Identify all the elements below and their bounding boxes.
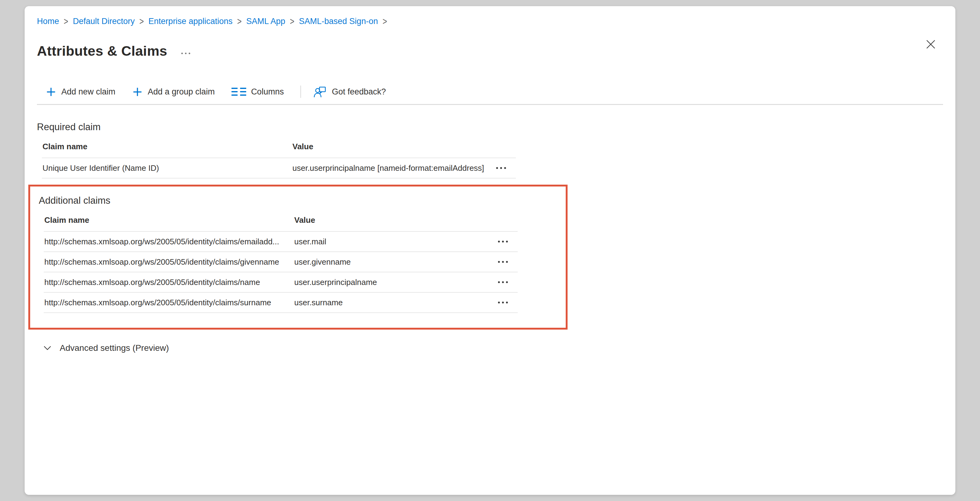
- ellipsis-icon: [498, 302, 500, 304]
- breadcrumb-link-default-directory[interactable]: Default Directory: [73, 16, 135, 27]
- row-menu-button[interactable]: [495, 302, 518, 304]
- claim-name-cell: http://schemas.xmlsoap.org/ws/2005/05/id…: [44, 237, 294, 247]
- claim-name-cell: Unique User Identifier (Name ID): [42, 164, 292, 173]
- claim-row-name[interactable]: http://schemas.xmlsoap.org/ws/2005/05/id…: [44, 272, 518, 293]
- additional-claims-table: Claim name Value http://schemas.xmlsoap.…: [44, 206, 518, 313]
- plus-icon: +: [46, 86, 56, 97]
- ellipsis-icon: [506, 241, 508, 242]
- breadcrumb-link-saml-based-sign-on[interactable]: SAML-based Sign-on: [299, 16, 378, 27]
- required-claim-table: Claim name Value Unique User Identifier …: [42, 133, 516, 178]
- highlight-annotation-box: Additional claims Claim name Value http:…: [28, 184, 568, 329]
- close-button[interactable]: [922, 36, 939, 53]
- column-header-value: Value: [294, 215, 495, 225]
- command-bar: + Add new claim + Add a group claim Colu…: [46, 84, 943, 99]
- ellipsis-icon: [500, 167, 502, 169]
- ellipsis-icon: [498, 281, 500, 283]
- ellipsis-icon: [502, 261, 504, 263]
- row-menu-button[interactable]: [495, 241, 518, 242]
- row-menu-button[interactable]: [495, 281, 518, 283]
- table-header-row: Claim name Value: [44, 206, 518, 232]
- ellipsis-icon: [502, 241, 504, 242]
- claim-value-cell: user.surname: [294, 298, 495, 307]
- chevron-right-icon: >: [232, 15, 246, 28]
- claim-value-cell: user.userprincipalname [nameid-format:em…: [292, 164, 493, 173]
- required-claim-heading: Required claim: [37, 122, 943, 133]
- ellipsis-icon: [502, 281, 504, 283]
- chevron-right-icon: >: [135, 15, 149, 28]
- chevron-right-icon: >: [285, 15, 299, 28]
- columns-button[interactable]: Columns: [231, 87, 284, 97]
- close-icon: [926, 39, 936, 49]
- toolbar-divider: [301, 86, 301, 98]
- add-group-claim-button[interactable]: + Add a group claim: [132, 86, 215, 97]
- table-header-row: Claim name Value: [42, 133, 516, 158]
- plus-icon: +: [132, 86, 143, 97]
- breadcrumb-link-home[interactable]: Home: [37, 16, 59, 27]
- claim-row-givenname[interactable]: http://schemas.xmlsoap.org/ws/2005/05/id…: [44, 252, 518, 272]
- row-menu-button[interactable]: [495, 261, 518, 263]
- ellipsis-icon: [189, 52, 190, 54]
- page-background: { "colors": { "background": "#d0d0d0", "…: [0, 0, 980, 501]
- chevron-right-icon: >: [59, 15, 73, 28]
- additional-claims-heading: Additional claims: [39, 195, 566, 206]
- claim-value-cell: user.userprincipalname: [294, 278, 495, 287]
- claim-name-cell: http://schemas.xmlsoap.org/ws/2005/05/id…: [44, 298, 294, 307]
- advanced-settings-toggle[interactable]: Advanced settings (Preview): [43, 343, 943, 353]
- column-header-claim-name: Claim name: [43, 142, 293, 151]
- ellipsis-icon: [506, 281, 508, 283]
- add-new-claim-label: Add new claim: [61, 87, 115, 97]
- breadcrumb-link-saml-app[interactable]: SAML App: [246, 16, 285, 27]
- columns-label: Columns: [251, 87, 284, 97]
- ellipsis-icon: [181, 52, 183, 54]
- claim-name-cell: http://schemas.xmlsoap.org/ws/2005/05/id…: [44, 278, 294, 287]
- row-menu-button[interactable]: [493, 167, 516, 169]
- ellipsis-icon: [506, 261, 508, 263]
- ellipsis-icon: [185, 52, 186, 54]
- add-new-claim-button[interactable]: + Add new claim: [46, 86, 115, 97]
- ellipsis-icon: [506, 302, 508, 304]
- title-row: Attributes & Claims: [37, 34, 943, 68]
- claim-name-cell: http://schemas.xmlsoap.org/ws/2005/05/id…: [44, 257, 294, 267]
- title-more-button[interactable]: [181, 48, 190, 54]
- feedback-person-icon: [313, 85, 327, 99]
- column-header-value: Value: [293, 142, 493, 151]
- ellipsis-icon: [498, 241, 500, 242]
- claim-value-cell: user.givenname: [294, 257, 495, 267]
- claim-row-nameid[interactable]: Unique User Identifier (Name ID) user.us…: [42, 158, 516, 178]
- attributes-claims-panel: Home > Default Directory > Enterprise ap…: [25, 6, 955, 495]
- column-header-claim-name: Claim name: [45, 215, 294, 225]
- breadcrumb: Home > Default Directory > Enterprise ap…: [37, 16, 943, 27]
- page-title: Attributes & Claims: [37, 43, 167, 59]
- ellipsis-icon: [496, 167, 498, 169]
- columns-icon: [231, 88, 246, 96]
- chevron-down-icon: [43, 343, 52, 353]
- ellipsis-icon: [498, 261, 500, 263]
- toolbar-underline: [37, 104, 943, 105]
- feedback-label: Got feedback?: [332, 87, 386, 97]
- claim-row-emailaddress[interactable]: http://schemas.xmlsoap.org/ws/2005/05/id…: [44, 232, 518, 252]
- claim-row-surname[interactable]: http://schemas.xmlsoap.org/ws/2005/05/id…: [44, 293, 518, 313]
- feedback-button[interactable]: Got feedback?: [313, 85, 386, 99]
- advanced-settings-label: Advanced settings (Preview): [60, 343, 169, 353]
- breadcrumb-link-enterprise-applications[interactable]: Enterprise applications: [148, 16, 232, 27]
- chevron-right-icon: >: [378, 15, 392, 28]
- ellipsis-icon: [502, 302, 504, 304]
- claim-value-cell: user.mail: [294, 237, 495, 247]
- ellipsis-icon: [504, 167, 506, 169]
- add-group-claim-label: Add a group claim: [148, 87, 215, 97]
